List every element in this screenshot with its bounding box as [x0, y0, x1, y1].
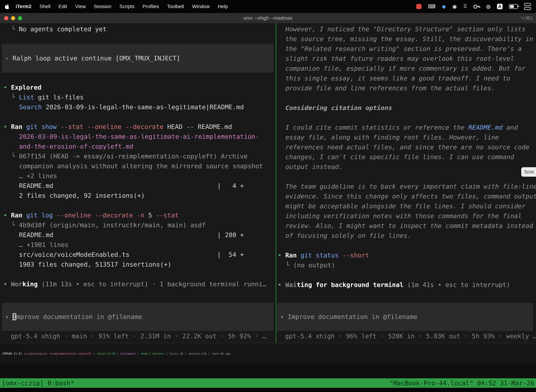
no-agents-line: └ No agents completed yet: [3, 24, 274, 34]
zoom-button[interactable]: [18, 16, 22, 20]
text-segment: the "Related research writing" section i…: [285, 45, 522, 52]
minimize-button[interactable]: [11, 16, 15, 20]
menu-help[interactable]: Help: [214, 4, 232, 9]
text-segment: README.md | 4 +: [19, 182, 244, 189]
spark-icon[interactable]: ◆: [442, 4, 446, 9]
session-status-right: gpt-5.4 xhigh · 96% left · 520K in · 5.8…: [278, 331, 533, 341]
text-segment: The team guideline is to back every impo…: [285, 183, 536, 190]
text-line: companion file, especially if more comme…: [285, 64, 533, 73]
circle-dot-icon[interactable]: ◉: [452, 4, 457, 9]
text-segment: README.md | 280 +: [19, 231, 244, 238]
thinking-paragraph-2: I could cite commit statistics or refere…: [278, 123, 533, 172]
git-log-commit-line: └ 4b9d30f (origin/main, instructkr/main,…: [3, 220, 274, 230]
text-segment: README.md: [468, 124, 502, 131]
window-title: omx --xhigh --madmax: [243, 15, 293, 21]
text-segment: companion file, especially if more comme…: [285, 65, 526, 72]
text-segment: git ls-files: [34, 93, 84, 101]
text-line: essay file, along with finding root file…: [285, 132, 533, 142]
text-segment: ultrawork: [120, 352, 136, 355]
prompt-input-right-text: › Improve documentation in @filename: [280, 312, 533, 322]
text-line: this single essay, it seems like a good …: [285, 73, 533, 83]
text-segment: team:1 workers: [141, 352, 164, 355]
prompt-input-left[interactable]: › Improve documentation in @filename: [2, 303, 274, 331]
waiting-status-line: • Waiting for background terminal (1m 41…: [278, 280, 533, 290]
text-segment: Ralph loop active continue [OMX_TMUX_INJ…: [13, 55, 180, 62]
text-segment: src/voice/voiceModeEnabled.ts | 54 +: [19, 251, 244, 258]
battery-icon[interactable]: [509, 4, 518, 9]
text-segment: might be acceptable alongside the file l…: [285, 202, 526, 210]
text-segment: --short: [342, 252, 369, 259]
input-source-icon[interactable]: A: [497, 4, 502, 9]
menu-toolbelt[interactable]: Toolbelt: [163, 4, 188, 9]
text-segment: 1903 files changed, 513517 insertions(+): [19, 261, 172, 268]
text-line: provide file and line references from th…: [285, 83, 533, 93]
text-segment: Explored: [11, 84, 41, 91]
close-button[interactable]: [4, 16, 8, 20]
omx-status-text: [OMX#0.11.9] cczip/essay/ai-reimplementa…: [2, 352, 230, 355]
text-segment: gpt-5.4 xhigh · 96% left · 520K in · 5.8…: [285, 332, 536, 340]
menu-view[interactable]: View: [71, 4, 90, 9]
text-segment: HEAD -- README.md: [167, 123, 232, 130]
menu-scripts[interactable]: Scripts: [115, 4, 139, 9]
text-segment: king: [22, 280, 38, 288]
text-segment: |: [164, 352, 170, 355]
text-segment: Wor: [11, 280, 22, 288]
text-segment: I could cite commit statistics or refere…: [285, 124, 468, 131]
dots-grid-icon[interactable]: ⠿: [463, 4, 467, 9]
working-status-line: • Working (11m 13s • esc to interrupt) ·…: [3, 279, 274, 289]
text-segment: ›: [280, 313, 288, 320]
text-segment: and-the-erosion-of-copyleft.md: [19, 143, 133, 150]
text-segment: 2026-03-09-is-legal-the-same-as-legitima…: [42, 103, 244, 111]
text-segment: last:5m ago: [212, 352, 230, 355]
text-segment: |: [136, 352, 141, 355]
text-segment: 4b9d30f (origin/main, instructkr/main, m…: [19, 221, 206, 229]
text-segment: the source tree, missing the essay. Stil…: [285, 35, 533, 42]
text-segment: session:12m: [188, 352, 207, 355]
explored-header: • Explored: [3, 83, 274, 92]
window-title-bar[interactable]: omx --xhigh --madmax ⌥⌘1: [0, 13, 536, 23]
control-center-icon[interactable]: [524, 3, 531, 10]
menu-edit[interactable]: Edit: [54, 4, 71, 9]
spacer: [3, 73, 274, 83]
text-segment: --stat --oneline --decorate: [61, 123, 167, 130]
text-segment: └: [286, 261, 293, 269]
right-pane[interactable]: However, I noticed the "Directory Struct…: [276, 23, 536, 343]
text-line: output instead.: [285, 162, 533, 172]
screen-recording-indicator-icon[interactable]: [416, 4, 421, 9]
left-pane[interactable]: └ No agents completed yet › Ralph loop a…: [0, 23, 276, 343]
menu-profiles[interactable]: Profiles: [139, 4, 163, 9]
screen-share-chip[interactable]: Scre: [521, 167, 536, 177]
text-segment: … +1901 lines: [19, 241, 69, 248]
text-segment: including verification notes with those …: [285, 212, 522, 219]
git-status-output: └ (no output): [278, 260, 533, 270]
thinking-heading: Considering citation options: [278, 103, 533, 113]
prompt-input-right[interactable]: › Improve documentation in @filename: [277, 303, 533, 331]
spacer: [278, 172, 533, 182]
explored-list-line: └ List git ls-files: [3, 92, 274, 102]
apple-menu[interactable]: [5, 4, 9, 9]
menu-shell[interactable]: Shell: [36, 4, 54, 9]
menu-iterm2[interactable]: iTerm2: [12, 4, 36, 9]
text-segment: cczip/essay/ai-reimplementation-copyleft: [24, 352, 91, 355]
git-status-command: • Ran git status --short: [278, 250, 533, 260]
menu-session[interactable]: Session: [90, 4, 115, 9]
bottom-gap: [0, 364, 536, 378]
terminal: └ No agents completed yet › Ralph loop a…: [0, 23, 536, 343]
text-line: changes, I can't cite specific file line…: [285, 152, 533, 162]
text-segment: 5: [148, 212, 156, 219]
text-segment: --stat: [156, 212, 179, 219]
git-show-more-lines: … +2 lines: [3, 171, 274, 181]
keyboard-icon[interactable]: ⌨: [428, 4, 436, 9]
git-log-command: • Ran git log --oneline --decorate -n 5 …: [3, 210, 274, 220]
text-segment: gpt-5.4 xhigh · main · 91% left · 2.31M …: [11, 332, 266, 340]
text-segment: |: [92, 352, 97, 355]
key-icon[interactable]: [474, 5, 480, 9]
text-segment: └: [11, 153, 19, 160]
assistant-icon[interactable]: ◍: [486, 4, 491, 9]
omx-status-bar: [OMX#0.11.9] cczip/essay/ai-reimplementa…: [0, 343, 536, 364]
git-show-commit-line-2: companion analysis without altering the …: [3, 161, 274, 171]
text-segment: Ran: [11, 123, 26, 130]
menu-bar: iTerm2 Shell Edit View Session Scripts P…: [0, 0, 536, 13]
menu-window[interactable]: Window: [188, 4, 214, 9]
window-shortcut: ⌥⌘1: [521, 15, 533, 21]
